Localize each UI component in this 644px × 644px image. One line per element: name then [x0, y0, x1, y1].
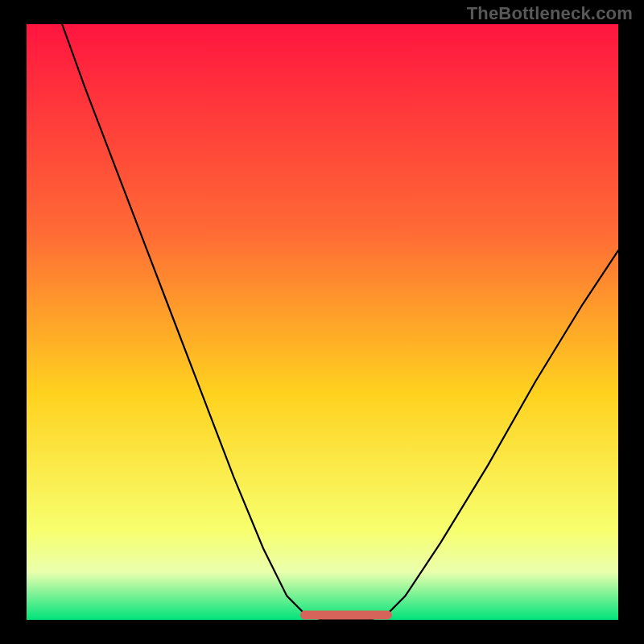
plot-area [27, 24, 618, 620]
watermark-label: TheBottleneck.com [467, 3, 633, 24]
chart-frame: TheBottleneck.com [0, 0, 644, 644]
gradient-background [27, 24, 618, 620]
bottleneck-chart [27, 24, 618, 620]
